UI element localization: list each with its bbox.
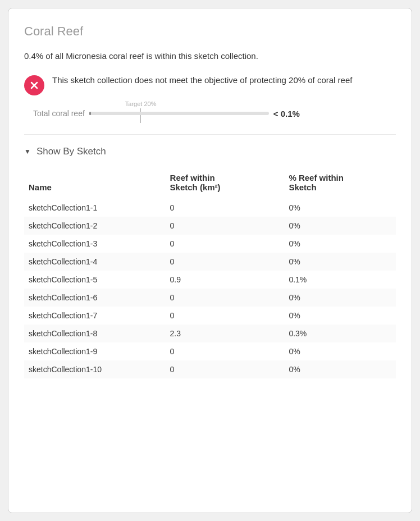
cell-pct: 0% — [284, 217, 396, 235]
cell-name: sketchCollection1-4 — [24, 253, 166, 271]
divider — [24, 134, 396, 135]
table-row: sketchCollection1-50.90.1% — [24, 271, 396, 289]
collapse-icon: ▼ — [24, 148, 31, 156]
cell-name: sketchCollection1-10 — [24, 360, 166, 378]
table-row: sketchCollection1-900% — [24, 342, 396, 360]
cell-reef: 0 — [166, 289, 285, 307]
progress-bar-fill — [89, 112, 91, 115]
table-row: sketchCollection1-100% — [24, 199, 396, 217]
cell-reef: 0 — [166, 342, 285, 360]
progress-bar-track — [89, 112, 269, 115]
cell-pct: 0.1% — [284, 271, 396, 289]
col-header-pct: % Reef withinSketch — [284, 168, 396, 199]
cell-pct: 0% — [284, 289, 396, 307]
cell-reef: 0 — [166, 199, 285, 217]
cell-name: sketchCollection1-6 — [24, 289, 166, 307]
cell-name: sketchCollection1-3 — [24, 235, 166, 253]
cell-pct: 0% — [284, 199, 396, 217]
show-by-sketch-label: Show By Sketch — [36, 146, 106, 157]
cell-reef: 0 — [166, 253, 285, 271]
cell-pct: 0% — [284, 342, 396, 360]
table-row: sketchCollection1-200% — [24, 217, 396, 235]
table-row: sketchCollection1-700% — [24, 307, 396, 325]
progress-label: Total coral reef — [33, 109, 85, 118]
page-title: Coral Reef — [24, 24, 396, 39]
cell-pct: 0% — [284, 307, 396, 325]
progress-value: < 0.1% — [273, 109, 300, 118]
cell-pct: 0% — [284, 235, 396, 253]
cell-name: sketchCollection1-7 — [24, 307, 166, 325]
sketch-table: Name Reef withinSketch (km²) % Reef with… — [24, 168, 396, 378]
cell-reef: 0.9 — [166, 271, 285, 289]
target-line — [140, 108, 141, 123]
table-row: sketchCollection1-82.30.3% — [24, 325, 396, 342]
cell-reef: 2.3 — [166, 325, 285, 342]
target-label: Target 20% — [125, 100, 157, 107]
main-card: Coral Reef 0.4% of all Micronesia coral … — [8, 8, 412, 513]
col-header-reef: Reef withinSketch (km²) — [166, 168, 285, 199]
alert-box: This sketch collection does not meet the… — [24, 74, 396, 95]
progress-bar: Target 20% — [89, 111, 269, 116]
cell-pct: 0.3% — [284, 325, 396, 342]
cell-name: sketchCollection1-2 — [24, 217, 166, 235]
alert-text: This sketch collection does not meet the… — [52, 74, 352, 87]
cell-reef: 0 — [166, 360, 285, 378]
cell-name: sketchCollection1-5 — [24, 271, 166, 289]
table-row: sketchCollection1-300% — [24, 235, 396, 253]
cell-pct: 0% — [284, 360, 396, 378]
cell-name: sketchCollection1-1 — [24, 199, 166, 217]
cell-reef: 0 — [166, 235, 285, 253]
table-row: sketchCollection1-400% — [24, 253, 396, 271]
summary-text: 0.4% of all Micronesia coral reef is wit… — [24, 50, 396, 63]
cell-name: sketchCollection1-8 — [24, 325, 166, 342]
progress-section: Total coral reef Target 20% < 0.1% — [33, 109, 396, 118]
x-icon — [29, 80, 40, 91]
cell-pct: 0% — [284, 253, 396, 271]
alert-icon — [24, 75, 44, 95]
table-row: sketchCollection1-600% — [24, 289, 396, 307]
col-header-name: Name — [24, 168, 166, 199]
cell-reef: 0 — [166, 217, 285, 235]
cell-reef: 0 — [166, 307, 285, 325]
show-by-sketch-header[interactable]: ▼ Show By Sketch — [24, 146, 396, 157]
cell-name: sketchCollection1-9 — [24, 342, 166, 360]
table-row: sketchCollection1-1000% — [24, 360, 396, 378]
